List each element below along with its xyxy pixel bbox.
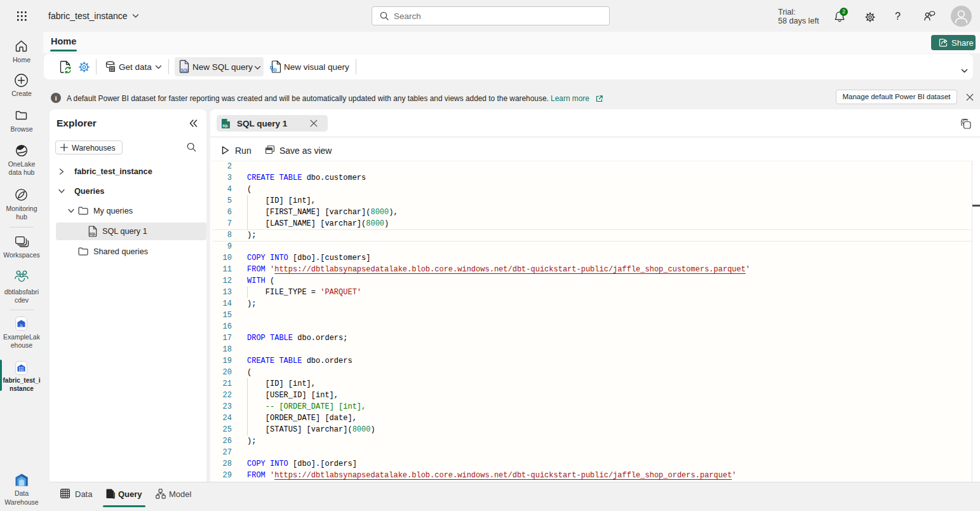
svg-text:SQL: SQL <box>222 125 229 128</box>
svg-text:SQL: SQL <box>90 233 96 236</box>
svg-text:SQL: SQL <box>180 68 189 73</box>
